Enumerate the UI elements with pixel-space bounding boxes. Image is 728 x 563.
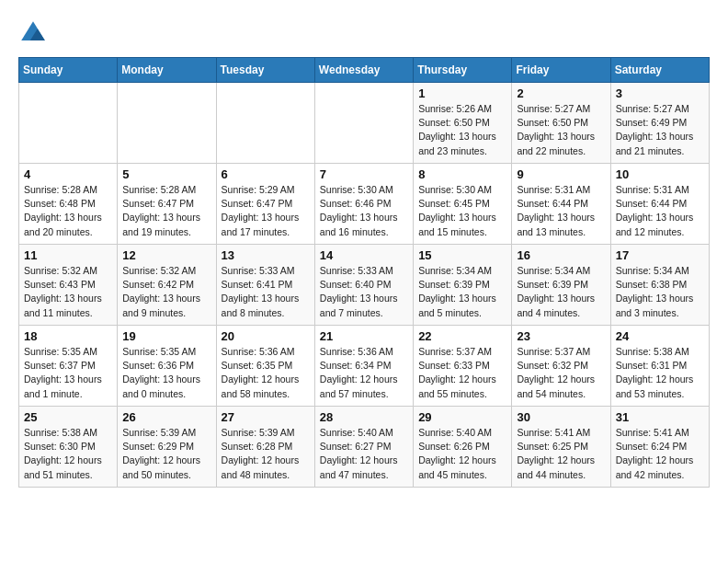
day-cell: 29Sunrise: 5:40 AM Sunset: 6:26 PM Dayli…	[414, 407, 512, 488]
week-row-5: 25Sunrise: 5:38 AM Sunset: 6:30 PM Dayli…	[19, 407, 710, 488]
day-info: Sunrise: 5:34 AM Sunset: 6:39 PM Dayligh…	[517, 264, 605, 320]
day-number: 20	[222, 329, 310, 343]
day-info: Sunrise: 5:36 AM Sunset: 6:35 PM Dayligh…	[222, 345, 310, 401]
day-number: 27	[222, 410, 310, 424]
day-cell: 11Sunrise: 5:32 AM Sunset: 6:43 PM Dayli…	[19, 245, 118, 326]
day-cell: 28Sunrise: 5:40 AM Sunset: 6:27 PM Dayli…	[314, 407, 413, 488]
day-number: 13	[222, 248, 310, 262]
day-cell: 9Sunrise: 5:31 AM Sunset: 6:44 PM Daylig…	[512, 164, 610, 245]
day-cell	[19, 83, 118, 164]
day-info: Sunrise: 5:31 AM Sunset: 6:44 PM Dayligh…	[616, 183, 704, 239]
day-number: 3	[616, 86, 704, 100]
day-info: Sunrise: 5:36 AM Sunset: 6:34 PM Dayligh…	[320, 345, 408, 401]
day-number: 26	[122, 410, 210, 424]
day-cell: 24Sunrise: 5:38 AM Sunset: 6:31 PM Dayli…	[610, 326, 709, 407]
day-cell: 12Sunrise: 5:32 AM Sunset: 6:42 PM Dayli…	[118, 245, 216, 326]
day-cell: 30Sunrise: 5:41 AM Sunset: 6:25 PM Dayli…	[512, 407, 610, 488]
col-header-thursday: Thursday	[414, 58, 512, 83]
day-info: Sunrise: 5:38 AM Sunset: 6:30 PM Dayligh…	[24, 426, 112, 482]
day-info: Sunrise: 5:33 AM Sunset: 6:40 PM Dayligh…	[320, 264, 408, 320]
day-info: Sunrise: 5:31 AM Sunset: 6:44 PM Dayligh…	[517, 183, 605, 239]
day-cell: 16Sunrise: 5:34 AM Sunset: 6:39 PM Dayli…	[512, 245, 610, 326]
logo-icon	[18, 18, 48, 48]
day-cell: 27Sunrise: 5:39 AM Sunset: 6:28 PM Dayli…	[216, 407, 314, 488]
day-info: Sunrise: 5:28 AM Sunset: 6:48 PM Dayligh…	[24, 183, 112, 239]
day-info: Sunrise: 5:39 AM Sunset: 6:29 PM Dayligh…	[122, 426, 210, 482]
week-row-1: 1Sunrise: 5:26 AM Sunset: 6:50 PM Daylig…	[19, 83, 710, 164]
calendar-table: SundayMondayTuesdayWednesdayThursdayFrid…	[18, 57, 710, 488]
day-info: Sunrise: 5:35 AM Sunset: 6:36 PM Dayligh…	[122, 345, 210, 401]
day-number: 6	[222, 167, 310, 181]
col-header-tuesday: Tuesday	[216, 58, 314, 83]
day-number: 14	[320, 248, 408, 262]
day-cell: 17Sunrise: 5:34 AM Sunset: 6:38 PM Dayli…	[610, 245, 709, 326]
day-number: 28	[320, 410, 408, 424]
day-info: Sunrise: 5:26 AM Sunset: 6:50 PM Dayligh…	[418, 102, 506, 158]
day-info: Sunrise: 5:32 AM Sunset: 6:43 PM Dayligh…	[24, 264, 112, 320]
day-number: 23	[517, 329, 605, 343]
day-number: 19	[122, 329, 210, 343]
day-cell: 2Sunrise: 5:27 AM Sunset: 6:50 PM Daylig…	[512, 83, 610, 164]
day-cell: 8Sunrise: 5:30 AM Sunset: 6:45 PM Daylig…	[414, 164, 512, 245]
day-cell: 6Sunrise: 5:29 AM Sunset: 6:47 PM Daylig…	[216, 164, 314, 245]
week-row-2: 4Sunrise: 5:28 AM Sunset: 6:48 PM Daylig…	[19, 164, 710, 245]
day-number: 31	[616, 410, 704, 424]
day-cell: 15Sunrise: 5:34 AM Sunset: 6:39 PM Dayli…	[414, 245, 512, 326]
day-number: 30	[517, 410, 605, 424]
day-info: Sunrise: 5:28 AM Sunset: 6:47 PM Dayligh…	[122, 183, 210, 239]
day-cell: 3Sunrise: 5:27 AM Sunset: 6:49 PM Daylig…	[610, 83, 709, 164]
week-row-3: 11Sunrise: 5:32 AM Sunset: 6:43 PM Dayli…	[19, 245, 710, 326]
col-header-friday: Friday	[512, 58, 610, 83]
day-cell: 31Sunrise: 5:41 AM Sunset: 6:24 PM Dayli…	[610, 407, 709, 488]
day-info: Sunrise: 5:35 AM Sunset: 6:37 PM Dayligh…	[24, 345, 112, 401]
day-number: 8	[418, 167, 506, 181]
day-number: 25	[24, 410, 112, 424]
day-info: Sunrise: 5:40 AM Sunset: 6:26 PM Dayligh…	[418, 426, 506, 482]
day-number: 22	[418, 329, 506, 343]
day-number: 16	[517, 248, 605, 262]
day-number: 11	[24, 248, 112, 262]
day-cell	[216, 83, 314, 164]
day-number: 9	[517, 167, 605, 181]
day-cell: 21Sunrise: 5:36 AM Sunset: 6:34 PM Dayli…	[314, 326, 413, 407]
col-header-monday: Monday	[118, 58, 216, 83]
day-cell: 23Sunrise: 5:37 AM Sunset: 6:32 PM Dayli…	[512, 326, 610, 407]
day-info: Sunrise: 5:37 AM Sunset: 6:32 PM Dayligh…	[517, 345, 605, 401]
day-info: Sunrise: 5:41 AM Sunset: 6:25 PM Dayligh…	[517, 426, 605, 482]
day-cell: 26Sunrise: 5:39 AM Sunset: 6:29 PM Dayli…	[118, 407, 216, 488]
page-header	[18, 18, 710, 48]
day-info: Sunrise: 5:27 AM Sunset: 6:49 PM Dayligh…	[616, 102, 704, 158]
day-info: Sunrise: 5:34 AM Sunset: 6:38 PM Dayligh…	[616, 264, 704, 320]
day-cell: 25Sunrise: 5:38 AM Sunset: 6:30 PM Dayli…	[19, 407, 118, 488]
day-info: Sunrise: 5:33 AM Sunset: 6:41 PM Dayligh…	[222, 264, 310, 320]
day-number: 2	[517, 86, 605, 100]
day-cell: 10Sunrise: 5:31 AM Sunset: 6:44 PM Dayli…	[610, 164, 709, 245]
day-number: 1	[418, 86, 506, 100]
day-info: Sunrise: 5:40 AM Sunset: 6:27 PM Dayligh…	[320, 426, 408, 482]
day-info: Sunrise: 5:41 AM Sunset: 6:24 PM Dayligh…	[616, 426, 704, 482]
day-number: 10	[616, 167, 704, 181]
day-info: Sunrise: 5:29 AM Sunset: 6:47 PM Dayligh…	[222, 183, 310, 239]
day-cell: 4Sunrise: 5:28 AM Sunset: 6:48 PM Daylig…	[19, 164, 118, 245]
day-cell: 18Sunrise: 5:35 AM Sunset: 6:37 PM Dayli…	[19, 326, 118, 407]
day-cell: 1Sunrise: 5:26 AM Sunset: 6:50 PM Daylig…	[414, 83, 512, 164]
week-row-4: 18Sunrise: 5:35 AM Sunset: 6:37 PM Dayli…	[19, 326, 710, 407]
day-info: Sunrise: 5:32 AM Sunset: 6:42 PM Dayligh…	[122, 264, 210, 320]
day-cell: 14Sunrise: 5:33 AM Sunset: 6:40 PM Dayli…	[314, 245, 413, 326]
day-number: 5	[122, 167, 210, 181]
logo	[18, 18, 51, 48]
day-info: Sunrise: 5:39 AM Sunset: 6:28 PM Dayligh…	[222, 426, 310, 482]
day-number: 24	[616, 329, 704, 343]
day-info: Sunrise: 5:30 AM Sunset: 6:46 PM Dayligh…	[320, 183, 408, 239]
day-cell: 20Sunrise: 5:36 AM Sunset: 6:35 PM Dayli…	[216, 326, 314, 407]
day-number: 15	[418, 248, 506, 262]
day-number: 29	[418, 410, 506, 424]
col-header-wednesday: Wednesday	[314, 58, 413, 83]
day-number: 17	[616, 248, 704, 262]
day-number: 18	[24, 329, 112, 343]
day-number: 7	[320, 167, 408, 181]
day-number: 4	[24, 167, 112, 181]
day-info: Sunrise: 5:38 AM Sunset: 6:31 PM Dayligh…	[616, 345, 704, 401]
day-cell	[314, 83, 413, 164]
col-header-sunday: Sunday	[19, 58, 118, 83]
